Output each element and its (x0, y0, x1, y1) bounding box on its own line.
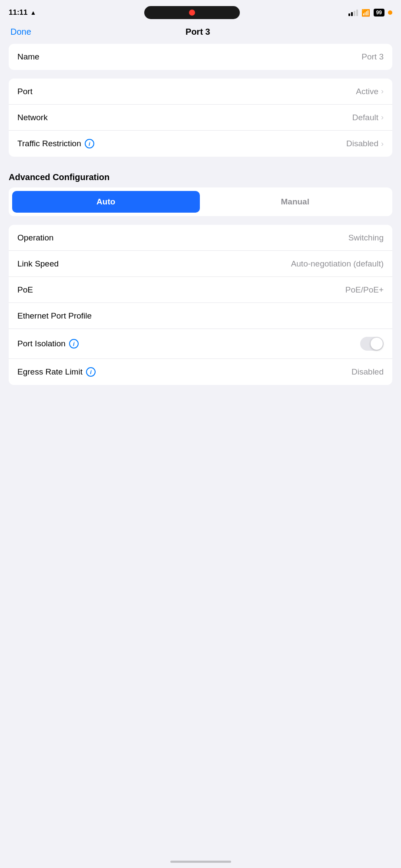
port-isolation-info-icon[interactable]: i (69, 339, 79, 349)
egress-rate-limit-row[interactable]: Egress Rate Limit i Disabled (9, 359, 392, 385)
wifi-icon: 📶 (361, 9, 370, 17)
operation-value: Switching (348, 233, 384, 243)
egress-rate-limit-value: Disabled (351, 367, 384, 377)
egress-rate-limit-info-icon[interactable]: i (86, 367, 96, 377)
toggle-knob (371, 338, 383, 350)
traffic-restriction-row[interactable]: Traffic Restriction i Disabled › (9, 131, 392, 157)
port-value: Active (356, 87, 378, 96)
name-label: Name (17, 52, 40, 62)
poe-row[interactable]: PoE PoE/PoE+ (9, 277, 392, 303)
name-row[interactable]: Name Port 3 (9, 44, 392, 70)
ethernet-port-profile-label: Ethernet Port Profile (17, 311, 92, 321)
operation-row[interactable]: Operation Switching (9, 225, 392, 251)
poe-label: PoE (17, 285, 33, 295)
network-value: Default (352, 113, 378, 122)
location-icon: ▲ (30, 9, 36, 16)
port-config-section: Port Active › Network Default › Traffic … (9, 79, 392, 157)
name-value: Port 3 (361, 52, 384, 62)
link-speed-label: Link Speed (17, 259, 59, 269)
port-value-area: Active › (356, 87, 384, 96)
operation-label: Operation (17, 233, 53, 243)
traffic-restriction-chevron-icon: › (381, 139, 384, 148)
status-bar: 11:11 ▲ 📶 99 (0, 0, 401, 23)
status-time-area: 11:11 ▲ (9, 8, 36, 17)
port-isolation-row[interactable]: Port Isolation i (9, 329, 392, 359)
egress-rate-limit-label: Egress Rate Limit i (17, 367, 96, 377)
done-button[interactable]: Done (10, 27, 31, 37)
nav-bar: Done Port 3 (0, 23, 401, 44)
battery-level: 99 (374, 9, 384, 16)
status-indicators: 📶 99 (348, 9, 392, 17)
port-chevron-icon: › (381, 87, 384, 96)
manual-button[interactable]: Manual (202, 191, 389, 213)
traffic-restriction-info-icon[interactable]: i (85, 139, 94, 148)
traffic-restriction-value: Disabled (346, 139, 378, 148)
traffic-restriction-label: Traffic Restriction i (17, 139, 94, 148)
record-dot-icon (189, 10, 195, 16)
poe-value: PoE/PoE+ (345, 285, 384, 295)
traffic-restriction-value-area: Disabled › (346, 139, 384, 148)
dynamic-island (144, 6, 240, 19)
network-label: Network (17, 113, 48, 122)
time-display: 11:11 (9, 8, 27, 17)
settings-section: Operation Switching Link Speed Auto-nego… (9, 225, 392, 385)
auto-button[interactable]: Auto (12, 191, 200, 213)
ethernet-port-profile-row[interactable]: Ethernet Port Profile (9, 303, 392, 329)
orange-indicator-dot (388, 10, 392, 15)
network-chevron-icon: › (381, 113, 384, 122)
advanced-config-header: Advanced Configuration (0, 165, 401, 187)
auto-manual-segment: Auto Manual (9, 187, 392, 216)
port-isolation-label: Port Isolation i (17, 339, 79, 349)
link-speed-row[interactable]: Link Speed Auto-negotiation (default) (9, 251, 392, 277)
port-label: Port (17, 87, 33, 96)
port-row[interactable]: Port Active › (9, 79, 392, 105)
name-section: Name Port 3 (9, 44, 392, 70)
port-isolation-toggle[interactable] (360, 337, 384, 351)
home-indicator (170, 861, 231, 863)
network-value-area: Default › (352, 113, 384, 122)
link-speed-value: Auto-negotiation (default) (291, 259, 384, 269)
signal-icon (348, 10, 358, 16)
page-title: Port 3 (186, 27, 210, 37)
network-row[interactable]: Network Default › (9, 105, 392, 131)
egress-rate-limit-value-area: Disabled (351, 367, 384, 377)
